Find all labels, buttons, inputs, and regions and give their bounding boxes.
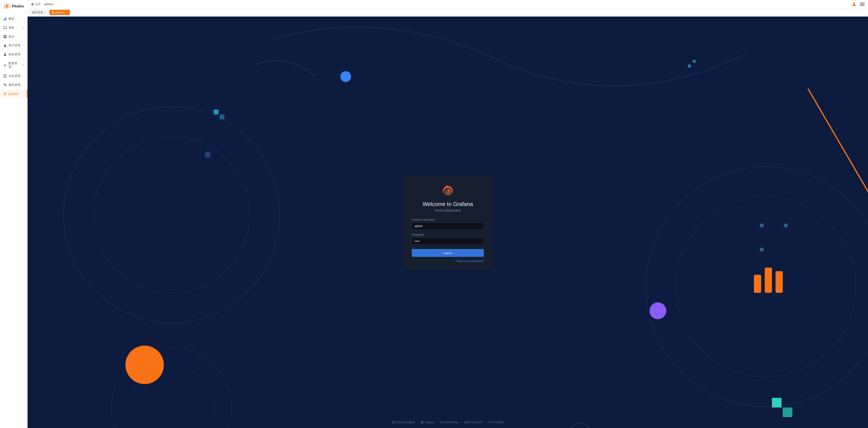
svg-rect-4 [4,19,4,20]
sidebar-item-system[interactable]: 系统 ▼ [0,23,27,32]
password-label: Password [412,233,484,236]
tabs-bar: 插件管理 × grafana × [28,8,868,17]
svg-rect-13 [5,37,7,38]
sidebar: PilotGo 概览 系统 ▼ 批次 用户管理 [0,0,28,428]
breadcrumb: 首页 / grafana [31,2,54,6]
sidebar-item-config-manage-label: 配置管理 [8,62,20,69]
tab-grafana[interactable]: grafana × [50,10,70,15]
topbar-actions [851,2,865,7]
svg-point-45 [205,152,211,158]
forgot-password-link[interactable]: Forgot your password? [412,259,484,263]
pilotgo-logo-icon [3,2,10,10]
svg-point-40 [112,347,231,428]
svg-rect-37 [214,110,219,115]
user-avatar-icon[interactable] [851,2,857,7]
desktop-icon [3,26,7,29]
grafana-footer: Documentation | Support | Community | Op… [392,421,503,424]
email-form-group: Email or username [412,218,484,230]
system-arrow-icon: ▼ [22,27,24,29]
svg-point-34 [649,302,666,319]
tab-grafana-close[interactable]: × [66,11,67,14]
svg-rect-47 [784,224,788,227]
tab-plugin-manage-close[interactable]: × [44,11,46,14]
footer-community-label: Community [444,421,458,424]
password-form-group: Password [412,233,484,245]
sidebar-item-role-manage-label: 角色管理 [8,53,20,56]
footer-sep-1: | [417,421,418,424]
breadcrumb-current: grafana [44,3,54,6]
svg-rect-32 [765,268,772,293]
footer-version-label: v7.5.15 (NA) [488,421,503,424]
email-input[interactable] [412,222,484,230]
tab-grafana-dot [52,12,54,13]
gear-icon [3,64,7,67]
svg-point-14 [4,44,6,45]
tab-plugin-manage[interactable]: 插件管理 × [29,9,49,16]
svg-rect-10 [4,35,5,36]
svg-point-30 [676,196,856,377]
footer-support[interactable]: Support [421,421,434,424]
footer-opensource[interactable]: Open Source® [464,421,482,424]
svg-point-39 [569,423,591,428]
sidebar-item-plugin-manage-label: 插件管理 [8,83,20,87]
hamburger-menu-icon[interactable] [860,2,865,7]
svg-line-35 [808,89,868,233]
sidebar-item-overview-label: 概览 [8,17,14,21]
footer-sep-3: | [461,421,461,424]
footer-community[interactable]: Community [440,421,458,424]
password-input[interactable] [412,238,484,245]
sidebar-item-config-manage[interactable]: 配置管理 ▼ [0,59,27,72]
svg-rect-48 [760,248,764,251]
sidebar-item-user-manage[interactable]: 用户管理 [0,41,27,50]
sidebar-item-batch-label: 批次 [8,35,14,39]
grafana-frame: Welcome to Grafana Democratising data Em… [28,17,868,428]
tab-plugin-manage-label: 插件管理 [32,10,43,14]
user-shield-icon [3,53,7,56]
svg-rect-33 [776,271,783,293]
svg-point-57 [422,422,423,423]
home-icon [31,3,34,6]
svg-rect-46 [760,224,764,227]
svg-point-26 [64,107,280,323]
svg-rect-23 [860,3,865,3]
sidebar-item-batch[interactable]: 批次 [0,32,27,41]
svg-point-36 [125,346,164,384]
svg-point-28 [340,71,351,82]
login-panel: Welcome to Grafana Democratising data Em… [403,175,492,269]
sidebar-item-overview[interactable]: 概览 [0,14,27,23]
grafana-logo [439,184,456,201]
footer-sep-4: | [485,421,485,424]
svg-point-2 [6,5,8,7]
config-arrow-icon: ▼ [22,64,24,67]
svg-rect-31 [754,275,761,293]
svg-point-29 [646,167,868,407]
main-area: 首页 / grafana 插件管理 × grafana × [28,0,868,428]
email-label: Email or username [412,218,484,221]
svg-rect-25 [860,5,865,6]
topbar: 首页 / grafana [28,0,868,8]
login-subtitle: Democratising data [435,209,461,212]
footer-support-label: Support [425,421,434,424]
sidebar-item-plugin-manage[interactable]: 插件管理 [0,81,27,90]
svg-rect-7 [4,27,7,28]
svg-point-41 [129,365,214,428]
svg-point-22 [853,3,855,4]
login-title: Welcome to Grafana [423,201,473,207]
svg-rect-42 [772,398,781,407]
svg-rect-62 [440,421,442,423]
footer-documentation[interactable]: Documentation [392,421,415,424]
chart-bar-icon [3,17,7,21]
sidebar-item-role-manage[interactable]: 角色管理 [0,50,27,59]
svg-rect-50 [693,60,695,63]
svg-rect-11 [5,35,7,36]
sidebar-item-grafana[interactable]: grafana [0,90,27,98]
sidebar-item-grafana-label: grafana [8,92,19,95]
sidebar-item-log-manage[interactable]: 日志管理 [0,72,27,81]
breadcrumb-separator: / [42,3,43,6]
svg-rect-38 [220,115,224,119]
footer-doc-label: Documentation [396,421,415,424]
login-button[interactable]: Log in [412,249,484,257]
svg-point-27 [93,136,250,293]
footer-opensource-label: Open Source® [464,421,482,424]
svg-point-15 [4,53,6,55]
